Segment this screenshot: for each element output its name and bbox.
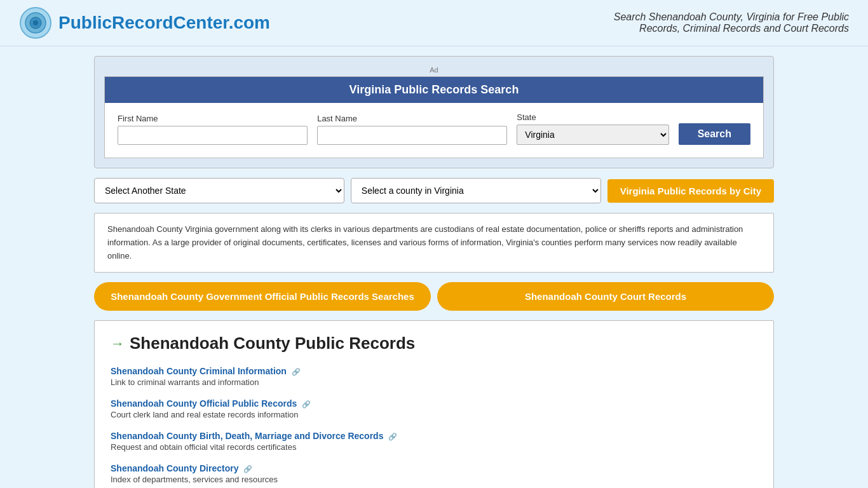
official-records-button[interactable]: Shenandoah County Government Official Pu… (94, 282, 431, 311)
dropdowns-row: Select Another State Select a county in … (94, 178, 774, 203)
first-name-input[interactable] (118, 126, 308, 145)
records-section: → Shenandoah County Public Records Shena… (94, 320, 774, 488)
logo-area: PublicRecordCenter.com (19, 6, 270, 39)
external-link-icon-2: 🔗 (388, 433, 397, 440)
state-select[interactable]: Virginia Alabama Alaska Arizona (517, 125, 668, 145)
first-name-group: First Name (118, 114, 308, 145)
search-widget-title: Virginia Public Records Search (105, 77, 763, 103)
external-link-icon-1: 🔗 (302, 400, 311, 408)
list-item: Shenandoah County Directory 🔗 Index of d… (111, 463, 757, 484)
state-group: State Virginia Alabama Alaska Arizona (517, 112, 668, 145)
county-dropdown[interactable]: Select a county in Virginia (351, 178, 601, 203)
search-fields: First Name Last Name State Virginia Alab… (118, 112, 750, 145)
description-box: Shenandoah County Virginia government al… (94, 213, 774, 273)
site-header: PublicRecordCenter.com Search Shenandoah… (0, 0, 868, 46)
svg-point-3 (33, 20, 38, 25)
search-widget: Virginia Public Records Search First Nam… (104, 76, 764, 158)
ad-widget: Ad Virginia Public Records Search First … (94, 56, 774, 168)
site-logo-text: PublicRecordCenter.com (58, 13, 270, 33)
record-link-2[interactable]: Shenandoah County Birth, Death, Marriage… (111, 431, 383, 441)
description-text: Shenandoah County Virginia government al… (107, 224, 743, 261)
record-link-0[interactable]: Shenandoah County Criminal Information (111, 366, 287, 376)
list-item: Shenandoah County Birth, Death, Marriage… (111, 431, 757, 452)
court-records-button[interactable]: Shenandoah County Court Records (437, 282, 774, 311)
arrow-icon: → (111, 336, 125, 352)
search-button[interactable]: Search (679, 123, 750, 145)
list-item: Shenandoah County Official Public Record… (111, 398, 757, 419)
header-tagline: Search Shenandoah County, Virginia for F… (595, 11, 849, 34)
site-logo-icon (19, 6, 52, 39)
last-name-label: Last Name (317, 114, 507, 123)
record-desc-0: Link to criminal warrants and informatio… (111, 377, 757, 387)
record-link-3[interactable]: Shenandoah County Directory (111, 463, 238, 473)
record-desc-3: Index of departments, services and resou… (111, 475, 757, 484)
records-title: → Shenandoah County Public Records (111, 334, 757, 353)
external-link-icon-0: 🔗 (292, 368, 301, 376)
state-label: State (517, 112, 668, 122)
record-desc-2: Request and obtain official vital record… (111, 442, 757, 452)
search-widget-body: First Name Last Name State Virginia Alab… (105, 103, 763, 158)
list-item: Shenandoah County Criminal Information 🔗… (111, 366, 757, 387)
records-heading: Shenandoah County Public Records (130, 334, 415, 353)
last-name-input[interactable] (317, 126, 507, 145)
record-link-1[interactable]: Shenandoah County Official Public Record… (111, 398, 297, 409)
first-name-label: First Name (118, 114, 308, 123)
action-buttons: Shenandoah County Government Official Pu… (94, 282, 774, 311)
ad-label: Ad (104, 66, 764, 74)
external-link-icon-3: 🔗 (243, 465, 252, 473)
main-content: Ad Virginia Public Records Search First … (85, 56, 783, 488)
last-name-group: Last Name (317, 114, 507, 145)
state-dropdown[interactable]: Select Another State (94, 178, 344, 203)
record-desc-1: Court clerk land and real estate records… (111, 410, 757, 419)
city-button[interactable]: Virginia Public Records by City (607, 179, 774, 203)
